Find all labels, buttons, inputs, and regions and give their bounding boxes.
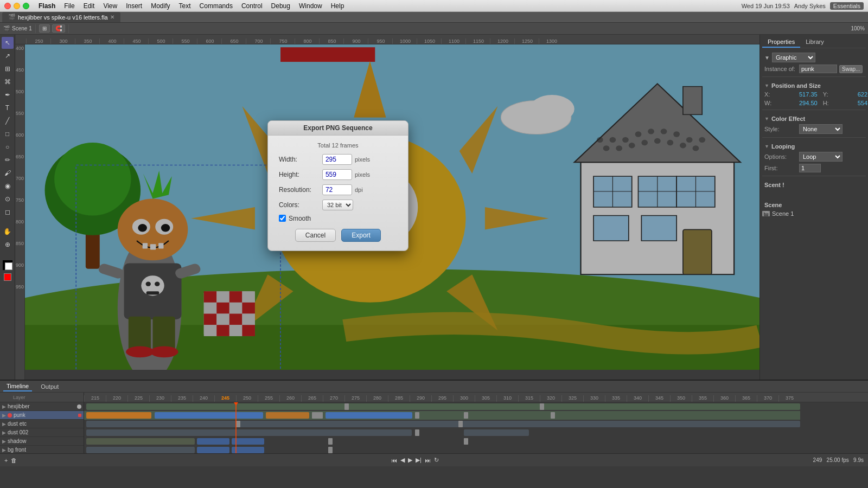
essentials-button[interactable]: Essentials	[830, 2, 864, 10]
smooth-checkbox[interactable]	[279, 215, 286, 222]
scene-canvas[interactable]: Export PNG Sequence Total 12 frames Widt…	[25, 44, 760, 370]
ruler-mark: 850	[319, 38, 343, 44]
arrow-tool[interactable]: ↖	[2, 37, 14, 49]
layer-visibility-dot[interactable]	[77, 404, 81, 409]
pencil-tool[interactable]: ✏	[2, 154, 14, 166]
hand-tool[interactable]: ✋	[2, 226, 14, 237]
zoom-tool[interactable]: ⊕	[2, 239, 14, 251]
stroke-color[interactable]	[3, 260, 12, 270]
loop-options-row: Options: LoopPlay OnceSingle Frame	[762, 151, 866, 163]
layer-shadow[interactable]: ▶ shadow	[0, 437, 84, 446]
layer-indicator	[78, 414, 81, 417]
colors-select[interactable]: 8 bit 24 bit 32 bit	[322, 200, 353, 210]
paint-bucket-tool[interactable]: ◉	[2, 180, 14, 192]
layer-dust002[interactable]: ▶ dust 002	[0, 428, 84, 437]
maximize-button[interactable]	[23, 3, 29, 9]
layer-dustetc[interactable]: ▶ dust etc	[0, 420, 84, 428]
swap-button[interactable]: Swap...	[839, 65, 863, 73]
fill-color[interactable]	[4, 273, 11, 281]
pen-tool[interactable]: ✒	[2, 89, 14, 101]
scene-item[interactable]: 🎬 Scene 1	[762, 209, 866, 218]
x-label: X:	[764, 91, 797, 98]
text-tool[interactable]: T	[2, 102, 14, 114]
menu-help[interactable]: Help	[327, 1, 348, 11]
layer-color-punk	[8, 413, 12, 418]
frame-num: 320	[540, 395, 561, 402]
timeline-frames[interactable]: 215 220 225 230 235 240 245 250 255 260 …	[84, 393, 868, 453]
subselect-tool[interactable]: ↗	[2, 50, 14, 62]
frame-num: 295	[431, 395, 453, 402]
menu-debug[interactable]: Debug	[267, 1, 294, 11]
snap-btn[interactable]: ⊞	[39, 24, 50, 33]
instance-type-select[interactable]: GraphicMovie ClipButton	[772, 53, 815, 62]
timeline-controls: + 🗑 ⏮ ◀ ▶ ▶| ⏭ ↻ 249 25.00 fps 9.9s	[0, 453, 868, 466]
menu-edit[interactable]: Edit	[80, 1, 99, 11]
free-transform-tool[interactable]: ⊞	[2, 63, 14, 75]
tab-properties[interactable]: Properties	[762, 37, 800, 48]
smooth-row: Smooth	[279, 215, 397, 222]
right-panel: Properties Library ▼ GraphicMovie ClipBu…	[760, 35, 868, 380]
close-button[interactable]	[4, 3, 11, 9]
svg-rect-93	[86, 403, 800, 410]
menu-flash[interactable]: Flash	[35, 1, 59, 11]
magnet-btn[interactable]: 🧲	[52, 24, 65, 33]
output-tab[interactable]: Output	[37, 382, 62, 391]
tab-bar: 🎬 hexjibber vs spike-u v16 letters.fla ✕	[0, 12, 868, 23]
menu-file[interactable]: File	[60, 1, 78, 11]
dialog-title: Export PNG Sequence	[268, 121, 408, 136]
cancel-button[interactable]: Cancel	[295, 229, 336, 242]
frame-num: 370	[757, 395, 778, 402]
export-button[interactable]: Export	[341, 229, 381, 242]
oval-tool[interactable]: ○	[2, 141, 14, 153]
loop-button[interactable]: ↻	[434, 457, 439, 464]
width-input[interactable]	[322, 154, 352, 165]
style-select[interactable]: NoneBrightnessTintAdvancedAlpha	[799, 124, 843, 134]
color-effect-title: Color Effect	[771, 115, 805, 122]
dialog-overlay: Export PNG Sequence Total 12 frames Widt…	[25, 44, 760, 370]
menu-commands[interactable]: Commands	[196, 1, 237, 11]
brush-tool[interactable]: 🖌	[2, 167, 14, 179]
eraser-tool[interactable]: ◻	[2, 206, 14, 218]
go-end-button[interactable]: ⏭	[425, 457, 431, 464]
tab-library[interactable]: Library	[800, 37, 829, 48]
line-tool[interactable]: ╱	[2, 115, 14, 127]
minimize-button[interactable]	[14, 3, 20, 9]
menu-control[interactable]: Control	[238, 1, 266, 11]
menu-text[interactable]: Text	[175, 1, 195, 11]
position-size-section: ▼ Position and Size	[762, 81, 866, 90]
play-button[interactable]: ▶	[408, 457, 412, 464]
height-input[interactable]	[322, 169, 352, 180]
menu-window[interactable]: Window	[295, 1, 326, 11]
layer-punk[interactable]: ▶ punk	[0, 411, 84, 420]
lasso-tool[interactable]: ⌘	[2, 76, 14, 88]
add-layer-button[interactable]: +	[4, 457, 8, 464]
svg-rect-122	[232, 447, 264, 453]
ruler-mark: 500	[148, 38, 173, 44]
layer-bgfront[interactable]: ▶ bg front	[0, 446, 84, 453]
file-tab[interactable]: 🎬 hexjibber vs spike-u v16 letters.fla ✕	[2, 12, 120, 22]
resolution-input[interactable]	[322, 184, 352, 195]
scene-bullet-icon: 🎬	[762, 211, 770, 216]
instance-name-input[interactable]	[799, 65, 837, 73]
loop-options-select[interactable]: LoopPlay OnceSingle Frame	[799, 152, 843, 162]
menu-modify[interactable]: Modify	[147, 1, 174, 11]
width-label: Width:	[279, 156, 322, 163]
delete-layer-button[interactable]: 🗑	[11, 457, 17, 464]
vertical-ruler: 400 450 500 550 600 650 700 750 800 850 …	[15, 44, 25, 380]
layer-hexjibber[interactable]: ▶ hexjibber	[0, 402, 84, 411]
svg-rect-114	[86, 438, 195, 445]
eyedropper-tool[interactable]: ⊙	[2, 193, 14, 205]
step-forward-button[interactable]: ▶|	[416, 457, 422, 464]
go-start-button[interactable]: ⏮	[391, 457, 397, 464]
loop-first-row: First:	[762, 163, 866, 174]
frame-tracks-svg	[84, 402, 800, 453]
step-back-button[interactable]: ◀	[400, 457, 405, 464]
canvas-container: 250 300 350 400 450 500 550 600 650 700 …	[15, 35, 760, 380]
svg-rect-117	[328, 438, 333, 445]
timeline-tab[interactable]: Timeline	[3, 382, 32, 391]
loop-first-input[interactable]	[799, 164, 821, 172]
menu-view[interactable]: View	[99, 1, 121, 11]
file-tab-close[interactable]: ✕	[110, 14, 114, 20]
menu-insert[interactable]: Insert	[122, 1, 146, 11]
rect-tool[interactable]: □	[2, 128, 14, 140]
